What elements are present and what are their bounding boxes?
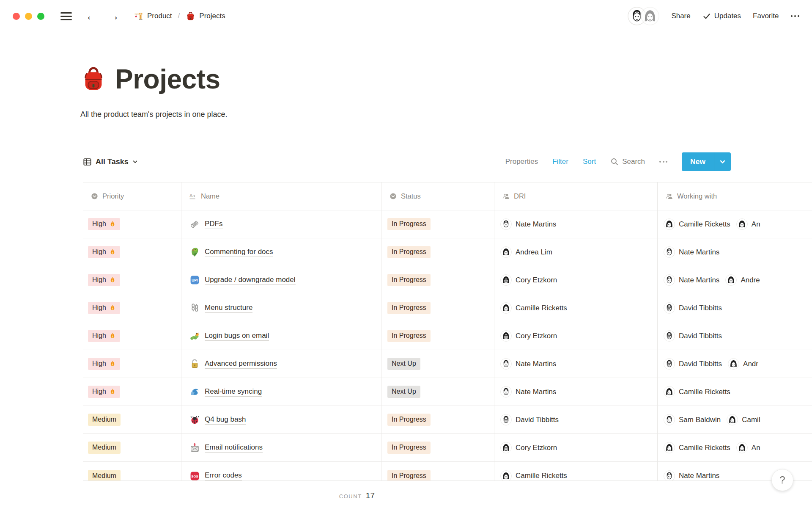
status-cell[interactable]: In Progress [381,462,494,480]
priority-cell[interactable]: High [83,350,181,378]
column-header-working[interactable]: Working with [658,182,812,210]
priority-cell[interactable]: High [83,294,181,322]
priority-cell[interactable]: High [83,378,181,406]
working-with-cell[interactable]: David Tibbitts [658,294,812,322]
person-tag[interactable]: David Tibbitts [664,330,722,342]
person-tag[interactable]: Cory Etzkorn [500,330,557,342]
forward-arrow-icon[interactable]: → [108,11,119,22]
working-with-cell[interactable]: David Tibbitts [658,322,812,350]
name-cell[interactable]: UP!Upgrade / downgrade model [181,266,381,294]
dri-cell[interactable]: Cory Etzkorn [494,266,658,294]
column-header-priority[interactable]: Priority [83,182,181,210]
page-link[interactable]: Login bugs on email [205,331,269,341]
person-tag[interactable]: Andrea Lim [500,246,552,258]
person-tag[interactable]: Nate Martins [500,386,556,398]
priority-cell[interactable]: Medium [83,434,181,461]
view-more-options-icon[interactable] [659,161,667,163]
person-tag[interactable]: Camille Ricketts [500,302,567,314]
status-cell[interactable]: In Progress [381,322,494,350]
priority-cell[interactable]: Medium [83,406,181,433]
dri-cell[interactable]: Camille Ricketts [494,294,658,322]
working-with-cell[interactable]: Camille RickettsAn [658,210,812,238]
collaborator-avatar[interactable] [641,7,659,25]
person-tag[interactable]: David Tibbitts [500,414,559,425]
favorite-button[interactable]: Favorite [753,12,779,20]
view-switcher[interactable]: All Tasks [83,157,138,166]
search-button[interactable]: Search [610,157,645,166]
person-tag[interactable]: Sam Baldwin [664,414,721,425]
status-cell[interactable]: In Progress [381,406,494,433]
person-tag[interactable]: Andre [725,274,760,286]
priority-cell[interactable]: High [83,266,181,294]
working-with-cell[interactable]: Camille Ricketts [658,378,812,406]
zoom-window-button[interactable] [37,13,44,20]
working-with-cell[interactable]: Sam BaldwinCamil [658,406,812,433]
new-button[interactable]: New [682,152,731,171]
person-tag[interactable]: Camille Ricketts [500,470,567,481]
working-with-cell[interactable]: Nate Martins [658,238,812,266]
status-cell[interactable]: In Progress [381,434,494,461]
column-header-name[interactable]: AaName [181,182,381,210]
person-tag[interactable]: An [736,218,760,230]
dri-cell[interactable]: David Tibbitts [494,406,658,433]
person-tag[interactable]: Nate Martins [664,470,719,481]
page-description[interactable]: All the product team's projects in one p… [80,109,812,119]
person-tag[interactable]: Nate Martins [500,218,556,230]
page-link[interactable]: Q4 bug bash [205,415,246,425]
dri-cell[interactable]: Cory Etzkorn [494,322,658,350]
page-link[interactable]: Menu structure [205,304,252,313]
dri-cell[interactable]: Nate Martins [494,350,658,378]
page-link[interactable]: Real-time syncing [205,387,262,397]
person-tag[interactable]: Cory Etzkorn [500,442,557,453]
person-tag[interactable]: Andr [728,358,758,370]
name-cell[interactable]: Real-time syncing [181,378,381,406]
name-cell[interactable]: Commenting for docs [181,238,381,266]
page-link[interactable]: Error codes [205,471,242,480]
priority-cell[interactable]: High [83,210,181,238]
minimize-window-button[interactable] [25,13,32,20]
chevron-down-icon[interactable] [714,152,731,171]
person-tag[interactable]: David Tibbitts [664,302,722,314]
person-tag[interactable]: Cory Etzkorn [500,274,557,286]
working-with-cell[interactable]: Camille RickettsAn [658,434,812,461]
status-cell[interactable]: Next Up [381,378,494,406]
person-tag[interactable]: David Tibbitts [664,358,722,370]
name-cell[interactable]: Q4 bug bash [181,406,381,433]
person-tag[interactable]: Camille Ricketts [664,386,730,398]
column-header-dri[interactable]: DRI [494,182,658,210]
new-button-label[interactable]: New [682,152,714,171]
close-window-button[interactable] [13,13,20,20]
name-cell[interactable]: PDFs [181,210,381,238]
share-button[interactable]: Share [671,12,690,20]
page-title[interactable]: Projects [115,64,220,95]
updates-button[interactable]: Updates [702,12,741,20]
status-cell[interactable]: Next Up [381,350,494,378]
dri-cell[interactable]: Cory Etzkorn [494,434,658,461]
name-cell[interactable]: Login bugs on email [181,322,381,350]
person-tag[interactable]: Camil [727,414,760,425]
column-header-status[interactable]: Status [381,182,494,210]
sidebar-menu-icon[interactable] [60,12,72,20]
status-cell[interactable]: In Progress [381,238,494,266]
priority-cell[interactable]: High [83,322,181,350]
dri-cell[interactable]: Nate Martins [494,378,658,406]
page-link[interactable]: Advanced permissions [205,359,277,369]
priority-cell[interactable]: High [83,238,181,266]
count-calculation[interactable]: COUNT 17 [181,481,381,508]
name-cell[interactable]: Menu structure [181,294,381,322]
dri-cell[interactable]: Nate Martins [494,210,658,238]
page-link[interactable]: Commenting for docs [205,248,273,257]
page-link[interactable]: Upgrade / downgrade model [205,276,296,285]
working-with-cell[interactable]: Nate MartinsAndre [658,266,812,294]
more-options-icon[interactable] [791,15,800,17]
name-cell[interactable]: Advanced permissions [181,350,381,378]
page-link[interactable]: PDFs [205,220,223,229]
status-cell[interactable]: In Progress [381,210,494,238]
person-tag[interactable]: An [736,442,760,453]
status-cell[interactable]: In Progress [381,266,494,294]
dri-cell[interactable]: Andrea Lim [494,238,658,266]
page-link[interactable]: Email notifications [205,443,263,453]
status-cell[interactable]: In Progress [381,294,494,322]
dri-cell[interactable]: Camille Ricketts [494,462,658,480]
help-button[interactable]: ? [771,469,793,491]
